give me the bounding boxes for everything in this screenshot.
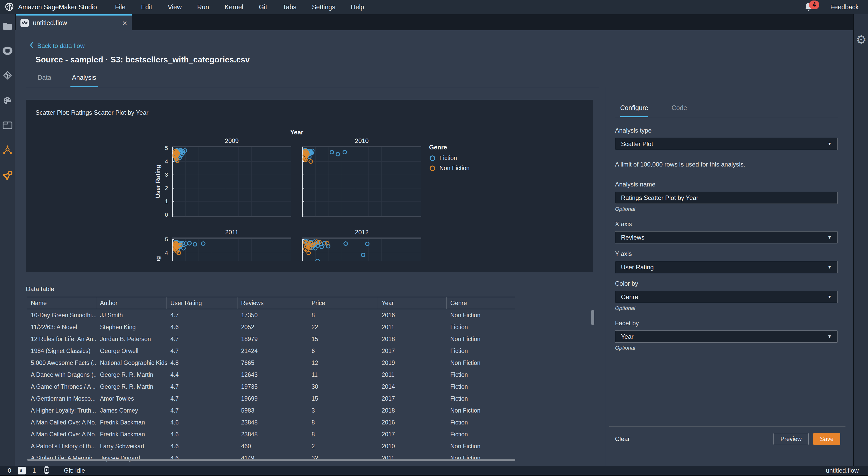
menu-item-settings[interactable]: Settings	[312, 3, 335, 11]
table-cell: 4.6	[167, 428, 238, 440]
table-row: 11/22/63: A NovelStephen King4.620522220…	[27, 321, 515, 333]
legend-swatch	[429, 165, 436, 172]
table-cell: 2017	[378, 393, 447, 405]
menu-item-help[interactable]: Help	[351, 3, 364, 11]
menu-item-file[interactable]: File	[115, 3, 125, 11]
table-cell: 17350	[238, 309, 308, 321]
column-header-name: Name	[27, 297, 96, 309]
back-to-data-flow-link[interactable]: Back to data flow	[30, 42, 85, 50]
table-cell: Amor Towles	[96, 393, 167, 405]
experiments-icon[interactable]	[0, 143, 15, 157]
table-row: A Dance with Dragons (...George R. R. Ma…	[27, 369, 515, 381]
table-cell: A Man Called Ove: A No...	[27, 416, 96, 428]
menu-item-kernel[interactable]: Kernel	[224, 3, 243, 11]
right-activity-bar: ⚙	[853, 14, 868, 466]
table-cell: 12	[308, 357, 378, 369]
running-terminals-icon[interactable]	[0, 43, 15, 58]
chevron-left-icon	[30, 42, 34, 50]
table-cell: 5,000 Awesome Facts (...	[27, 357, 96, 369]
feedback-link[interactable]: Feedback	[830, 3, 859, 11]
configure-code-tabs: ConfigureCode	[620, 87, 838, 117]
page-title: Source - sampled · S3: bestsellers_with_…	[35, 55, 250, 64]
vertical-scrollbar[interactable]	[591, 310, 594, 325]
color-by-dropdown[interactable]: Genre▼	[615, 291, 838, 303]
y-tick-label: 5	[159, 236, 168, 243]
statusbar-filename: untitled.flow	[826, 467, 859, 474]
table-row: A Patriot's History of th...Larry Schwei…	[27, 440, 515, 452]
table-cell: 2	[308, 440, 378, 452]
table-cell: 22	[308, 321, 378, 333]
table-cell: 4.7	[167, 393, 238, 405]
facet-by-dropdown[interactable]: Year▼	[615, 330, 838, 343]
legend-swatch	[429, 155, 436, 161]
table-cell: 7665	[238, 357, 308, 369]
table-cell: Larry Schweikart	[96, 440, 167, 452]
menu-item-edit[interactable]: Edit	[141, 3, 152, 11]
table-cell: Fiction	[447, 393, 515, 405]
horizontal-scrollbar[interactable]	[27, 459, 515, 461]
table-cell: 2017	[378, 428, 447, 440]
menu-item-view[interactable]: View	[168, 3, 182, 11]
terminal-count[interactable]: 1	[32, 467, 36, 474]
terminal-icon[interactable]: $_	[18, 467, 26, 474]
menu-item-run[interactable]: Run	[197, 3, 209, 11]
analysis-type-dropdown[interactable]: Scatter Plot▼	[615, 138, 838, 150]
table-cell: 19699	[238, 393, 308, 405]
commands-icon[interactable]	[0, 93, 15, 108]
cpu-icon[interactable]	[43, 466, 51, 475]
optional-hint: Optional	[615, 206, 838, 212]
column-header-genre: Genre	[447, 297, 515, 309]
table-row: 12 Rules for Life: An An...Jordan B. Pet…	[27, 333, 515, 345]
table-cell: A Game of Thrones / A ...	[27, 381, 96, 393]
facet-plot-2009	[172, 146, 291, 217]
analysis-name-label: Analysis name	[615, 181, 838, 188]
menu-item-git[interactable]: Git	[259, 3, 267, 11]
notifications-button[interactable]: 4	[804, 2, 815, 12]
column-header-year: Year	[378, 297, 447, 309]
table-row: A Man Called Ove: A No...Fredrik Backman…	[27, 428, 515, 440]
table-row: A Game of Thrones / A ...George R. R. Ma…	[27, 381, 515, 393]
tab-code[interactable]: Code	[672, 104, 687, 117]
facet-plot-2011	[172, 237, 291, 261]
y-axis-title: User Rating	[155, 158, 162, 205]
tab-analysis[interactable]: Analysis	[70, 74, 98, 87]
chevron-down-icon: ▼	[827, 265, 832, 270]
x-axis-dropdown[interactable]: Reviews▼	[615, 231, 838, 243]
menu-items: FileEditViewRunKernelGitTabsSettingsHelp	[115, 3, 364, 11]
status-bar: 0 $_ 1 Git: idle untitled.flow	[0, 466, 868, 476]
gear-icon[interactable]: ⚙	[854, 33, 868, 47]
save-button[interactable]: Save	[813, 433, 840, 445]
table-row: A Higher Loyalty: Truth,...James Comey4.…	[27, 405, 515, 416]
open-tabs-icon[interactable]	[0, 118, 15, 132]
table-cell: Non Fiction	[447, 309, 515, 321]
tab-untitled-flow[interactable]: untitled.flow ×	[16, 14, 132, 30]
flow-document: Back to data flow Source - sampled · S3:…	[15, 30, 853, 466]
tab-data[interactable]: Data	[36, 74, 53, 87]
kernel-count[interactable]: 0	[8, 467, 11, 474]
pipelines-icon[interactable]	[0, 168, 15, 182]
tabs-divider	[26, 87, 599, 87]
table-cell: 460	[238, 440, 308, 452]
facet-plot-2012	[302, 237, 421, 261]
clear-button[interactable]: Clear	[615, 435, 630, 443]
color-by-label: Color by	[615, 280, 838, 287]
data-table-title: Data table	[26, 286, 54, 293]
table-row: 1984 (Signet Classics)George Orwell4.721…	[27, 345, 515, 357]
menu-item-tabs[interactable]: Tabs	[283, 3, 297, 11]
table-cell: 8	[308, 428, 378, 440]
preview-button[interactable]: Preview	[773, 433, 809, 445]
analysis-name-input[interactable]: Ratings Scatter Plot by Year	[615, 191, 838, 204]
tab-strip: untitled.flow ×	[15, 14, 853, 30]
close-icon[interactable]: ×	[122, 19, 127, 27]
git-icon[interactable]	[0, 68, 15, 83]
y-axis-dropdown[interactable]: User Rating▼	[615, 261, 838, 273]
table-cell: 2018	[378, 333, 447, 345]
table-cell: 4.7	[167, 405, 238, 416]
table-cell: 23848	[238, 428, 308, 440]
git-status[interactable]: Git: idle	[64, 467, 85, 474]
config-panel: ConfigureCode Analysis type Scatter Plot…	[605, 87, 853, 466]
file-browser-icon[interactable]	[0, 19, 15, 34]
table-header: NameAuthorUser RatingReviewsPriceYearGen…	[27, 297, 515, 309]
tab-configure[interactable]: Configure	[620, 104, 648, 117]
y-tick-label: 0	[159, 212, 168, 218]
